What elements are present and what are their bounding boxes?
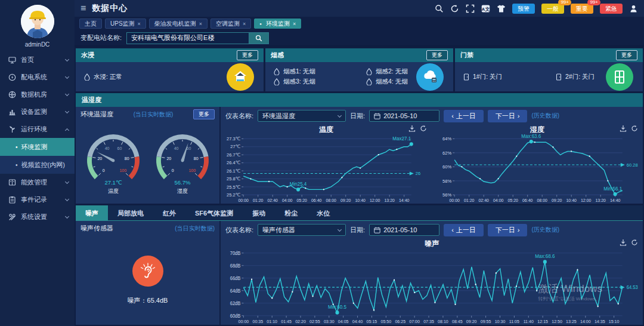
smoke-more-button[interactable]: 更多 — [426, 50, 448, 60]
sidebar-item-device-monitor[interactable]: 设备监测 — [0, 103, 75, 121]
svg-text:12:15: 12:15 — [537, 318, 548, 324]
tab-infrared[interactable]: 红外 — [153, 205, 185, 220]
chevron-down-icon — [338, 227, 342, 231]
tab-noise[interactable]: 噪声 — [76, 205, 108, 220]
svg-text:01:45: 01:45 — [281, 318, 292, 324]
refresh-icon[interactable] — [631, 125, 638, 132]
close-icon[interactable]: × — [138, 19, 141, 29]
tab-water-level[interactable]: 水位 — [307, 205, 339, 220]
door-panel-title: 门禁 — [460, 51, 473, 60]
close-icon[interactable]: × — [243, 19, 246, 29]
next-day-button[interactable]: 下一日 › — [488, 224, 528, 236]
tab-diesel-monitor[interactable]: 柴油发电机监测× — [149, 19, 208, 29]
sidebar-item-energy[interactable]: 能效管理 — [0, 174, 75, 191]
noise-chart-pane: 仪表名称: 噪声传感器 日期: 2021-05-10 ‹ 上一日 下一日 › (… — [221, 221, 643, 325]
tab-home[interactable]: 主页 — [79, 19, 102, 29]
tab-sf6-gas[interactable]: SF6气体监测 — [185, 205, 243, 220]
svg-text:02:40: 02:40 — [478, 198, 489, 203]
door-badge — [606, 63, 633, 91]
prev-day-button[interactable]: ‹ 上一日 — [444, 224, 484, 236]
search-icon[interactable] — [435, 4, 444, 13]
sidebar-item-video-monitor[interactable]: 视频监控(内网) — [0, 156, 75, 174]
close-icon[interactable]: × — [199, 19, 202, 29]
sidebar-item-environment-monitor[interactable]: 环境监测 — [0, 138, 75, 156]
history-data-link[interactable]: (历史数据) — [531, 226, 559, 234]
svg-text:Max27.1: Max27.1 — [392, 136, 411, 142]
avatar[interactable] — [21, 5, 54, 38]
tab-environment-monitor[interactable]: 环境监测× — [254, 19, 301, 29]
svg-text:62%: 62% — [442, 150, 451, 155]
svg-text:10:30: 10:30 — [495, 318, 506, 324]
fullscreen-icon[interactable] — [466, 4, 475, 13]
language-icon[interactable]: A文 — [481, 4, 490, 13]
svg-text:14:40: 14:40 — [399, 198, 410, 203]
station-search-button[interactable] — [249, 32, 269, 44]
user-icon[interactable] — [629, 4, 638, 13]
date-picker[interactable]: 2021-05-10 — [369, 110, 439, 122]
theme-icon[interactable] — [497, 4, 506, 13]
tab-vibration[interactable]: 振动 — [243, 205, 275, 220]
water-panel-title: 水浸 — [81, 51, 94, 60]
meter-select[interactable]: 噪声传感器 — [258, 224, 346, 236]
download-icon[interactable] — [408, 125, 416, 132]
alarm-general-button[interactable]: 一般99+ — [541, 4, 564, 14]
meter-select[interactable]: 环境温湿度 — [258, 110, 346, 122]
alarm-urgent-button[interactable]: 紧急 — [600, 4, 623, 14]
svg-text:11:40: 11:40 — [524, 318, 534, 324]
sidebar-item-environment[interactable]: 运行环境 — [0, 121, 75, 138]
svg-text:10:40: 10:40 — [355, 198, 366, 203]
tab-ups-monitor[interactable]: UPS监测× — [105, 19, 146, 29]
history-data-link[interactable]: (历史数据) — [531, 112, 559, 120]
svg-text:00:00: 00:00 — [449, 198, 460, 203]
sidebar-item-events[interactable]: 事件记录 — [0, 191, 75, 208]
svg-text:00:35: 00:35 — [252, 318, 263, 324]
app-title: 数据中心 — [92, 3, 128, 14]
hamburger-menu-icon[interactable]: ≡ — [80, 4, 86, 13]
station-search-row: 变配电站名称: — [75, 30, 644, 47]
date-picker[interactable]: 2021-05-10 — [369, 224, 439, 236]
noise-chart-block: 噪声 70dB68dB66dB64dB62dB60dB00:0000:3501:… — [221, 239, 643, 325]
alarm-important-button[interactable]: 重要99+ — [571, 4, 593, 14]
download-icon[interactable] — [620, 125, 627, 132]
door-more-button[interactable]: 更多 — [616, 50, 637, 60]
noise-reading: 噪声：65.4dB — [128, 296, 168, 305]
svg-text:08:00: 08:00 — [537, 198, 547, 203]
refresh-icon[interactable] — [450, 4, 459, 13]
smoke-panel: 烟感 更多 烟感1: 无烟 烟感2: 无烟 烟感3: 无烟 烟感4: 无烟 — [265, 48, 453, 91]
warn-button[interactable]: 预警 — [512, 4, 535, 14]
tab-dust[interactable]: 粉尘 — [275, 205, 307, 220]
tab-hvac-monitor[interactable]: 空调监测× — [210, 19, 251, 29]
calendar-icon — [374, 113, 380, 119]
station-search-input[interactable] — [126, 32, 249, 44]
close-icon[interactable]: × — [293, 19, 296, 29]
refresh-icon[interactable] — [631, 239, 638, 246]
sidebar-item-data-room[interactable]: 数据机房 — [0, 86, 75, 103]
smoke-cloud-icon — [422, 69, 438, 85]
temp-humidity-more-button[interactable]: 更多 — [193, 109, 215, 119]
refresh-icon[interactable] — [420, 125, 427, 132]
prev-day-button[interactable]: ‹ 上一日 — [444, 110, 484, 122]
download-icon[interactable] — [620, 239, 627, 246]
svg-text:20: 20 — [166, 156, 171, 160]
svg-text:09:20: 09:20 — [552, 198, 562, 203]
smoke-status-item: 烟感1: 无烟 — [274, 67, 360, 76]
sidebar-item-home[interactable]: 首页 — [0, 51, 75, 69]
svg-text:04:00: 04:00 — [493, 198, 504, 203]
svg-text:06:40: 06:40 — [522, 198, 533, 203]
sidebar-item-settings[interactable]: 系统设置 — [0, 208, 75, 226]
svg-text:05:50: 05:50 — [381, 318, 392, 324]
realtime-label: (当日实时数据) — [134, 110, 174, 119]
water-more-button[interactable]: 更多 — [237, 50, 258, 60]
svg-text:62dB: 62dB — [230, 300, 241, 306]
temperature-chart-title: 温度 — [221, 125, 432, 134]
svg-text:09:55: 09:55 — [481, 318, 491, 324]
power-system-icon — [8, 73, 16, 81]
alarm-important-badge: 99+ — [587, 0, 600, 5]
svg-text:温度: 温度 — [108, 188, 119, 194]
noise-sensor-pane: 噪声传感器 (当日实时数据) — [76, 221, 221, 325]
sidebar-item-power-system[interactable]: 配电系统 — [0, 69, 75, 86]
svg-text:06:40: 06:40 — [311, 198, 322, 203]
next-day-button[interactable]: 下一日 › — [488, 110, 528, 122]
svg-text:01:10: 01:10 — [267, 318, 277, 324]
tab-partial-discharge[interactable]: 局部放电 — [108, 205, 153, 220]
